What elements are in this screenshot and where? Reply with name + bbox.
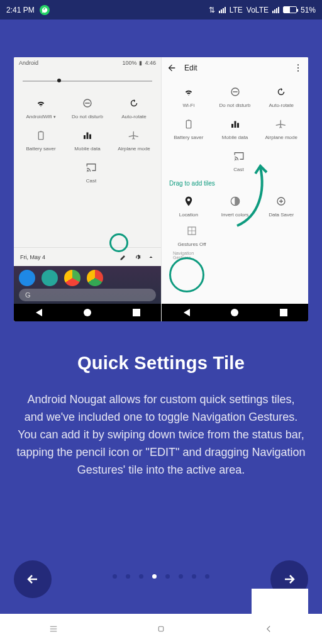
app-phone-icon [19, 270, 35, 286]
svg-point-6 [297, 70, 299, 72]
back-arrow-icon [167, 63, 177, 73]
cast-icon [84, 160, 98, 174]
tile-label: Airplane mode [118, 146, 150, 152]
tile-wifi: AndroidWifi ▾ [18, 96, 64, 119]
tile-label: Airplane mode [265, 135, 297, 140]
wifi-icon [182, 85, 196, 99]
overlay-box [252, 589, 308, 614]
tile-label: Mobile data [222, 135, 248, 140]
system-navbar [0, 614, 322, 644]
pager-dot[interactable] [113, 574, 117, 579]
android-navbar [14, 304, 161, 321]
device-statusbar: 2:41 PM ⇅ LTE VoLTE 51% [0, 0, 322, 19]
mobile-icon [228, 117, 242, 131]
pager-dot[interactable] [152, 574, 157, 579]
tile-airplane: Airplane mode [258, 117, 304, 140]
pager-dots [113, 574, 209, 579]
tile-dnd: Do not disturb [212, 85, 258, 108]
datasaver-icon [274, 194, 288, 208]
svg-rect-8 [186, 121, 191, 128]
pager [14, 538, 308, 614]
home-icon [231, 309, 238, 316]
net-lte: LTE [230, 6, 243, 14]
brightness-slider [23, 74, 152, 87]
tile-label: Cast [86, 178, 96, 184]
pager-dot[interactable] [179, 574, 183, 579]
tile-label: Do not disturb [219, 103, 251, 108]
back-icon [35, 309, 42, 316]
signal-icon [219, 7, 226, 13]
highlight-arrow [228, 160, 272, 229]
tile-label: Battery saver [26, 146, 55, 152]
app-messages-icon [42, 270, 58, 286]
app-play-icon [64, 270, 80, 286]
tile-label: AndroidWifi ▾ [26, 114, 55, 119]
page-title: Quick Settings Tile [14, 353, 308, 374]
home-icon [84, 309, 91, 316]
updown-icon: ⇅ [209, 6, 215, 14]
tile-wifi: Wi-Fi [165, 85, 212, 108]
pager-dot[interactable] [126, 574, 130, 579]
rotate-icon [274, 85, 288, 99]
dnd-icon [228, 85, 242, 99]
gear-icon [133, 253, 141, 261]
tile-mobile: Mobile data [212, 117, 258, 140]
battery-icon [182, 117, 196, 131]
tile-airplane: Airplane mode [111, 128, 157, 152]
svg-point-0 [57, 79, 61, 82]
svg-point-5 [297, 67, 299, 69]
tile-label: Auto-rotate [121, 114, 147, 119]
battery-icon [34, 128, 48, 142]
svg-point-4 [297, 64, 299, 65]
tile-gestures: Gestures Off Navigation Gestures [173, 224, 211, 260]
tile-label: Mobile data [74, 146, 100, 152]
recent-icon [133, 309, 140, 316]
tile-rotate: Auto-rotate [258, 85, 304, 108]
tile-location: Location [165, 194, 212, 218]
left-batt: 100% [122, 60, 136, 66]
illustration-left: Android 100% ▮ 4:46 AndroidWifi ▾Do not … [14, 57, 161, 321]
tile-label: Location [179, 212, 198, 218]
pager-dot[interactable] [192, 574, 196, 579]
dnd-icon [80, 96, 94, 110]
home-icon[interactable] [155, 623, 167, 635]
battery-icon: ▮ [139, 60, 142, 66]
recent-icon [280, 309, 287, 316]
prev-button[interactable] [14, 560, 52, 598]
battery-pct: 51% [301, 6, 316, 14]
tile-label: Data Saver [269, 212, 294, 218]
airplane-icon [127, 128, 141, 142]
tile-battery: Battery saver [165, 117, 212, 140]
back-icon[interactable] [263, 623, 274, 635]
pager-dot[interactable] [165, 574, 170, 579]
menu-icon[interactable] [48, 623, 59, 635]
net-volte: VoLTE [247, 6, 269, 14]
pencil-icon [119, 253, 127, 261]
mobile-icon [80, 128, 94, 142]
tile-mobile: Mobile data [64, 128, 111, 152]
tile-rotate: Auto-rotate [111, 96, 157, 119]
app-chrome-icon [87, 270, 103, 286]
illustration-right: Edit Wi-FiDo not disturbAuto-rotate Batt… [161, 57, 308, 321]
android-navbar [162, 304, 308, 321]
signal2-icon [272, 7, 279, 13]
tile-label: Wi-Fi [183, 103, 195, 108]
gesture-icon [185, 224, 199, 238]
pager-dot[interactable] [139, 574, 143, 579]
wifi-icon [34, 96, 48, 110]
highlight-circle-pencil [109, 233, 128, 252]
location-icon [182, 194, 196, 208]
left-status-time: 4:46 [145, 60, 156, 66]
status-time: 2:41 PM [6, 6, 35, 14]
google-search: G [19, 289, 156, 301]
chevron-up-icon [147, 253, 155, 261]
qs-footer: Fri, May 4 [14, 247, 161, 266]
left-label: Android [19, 60, 38, 66]
tile-label: Battery saver [174, 135, 203, 140]
airplane-icon [274, 117, 288, 131]
whatsapp-icon [40, 5, 50, 15]
page-description: Android Nougat allows for custom quick s… [14, 391, 308, 479]
pager-dot[interactable] [205, 574, 209, 579]
svg-rect-9 [187, 119, 189, 121]
svg-rect-3 [40, 131, 42, 132]
